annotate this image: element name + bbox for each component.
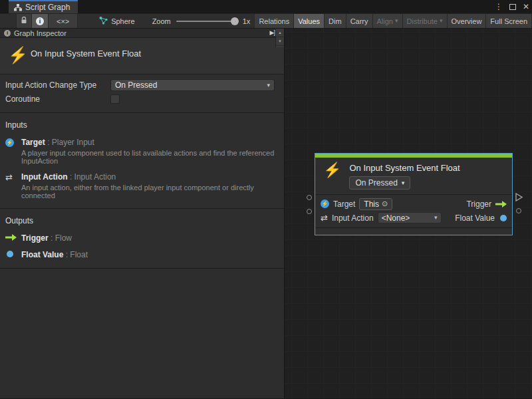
flow-arrow-icon (495, 201, 507, 207)
port-description: An input action, either from the linked … (21, 184, 275, 200)
change-type-dropdown[interactable]: On Pressed ▾ (110, 79, 275, 91)
scroll-down-button[interactable]: ▼ (276, 37, 284, 46)
dock-panel-icon[interactable]: ▶] (270, 29, 275, 36)
node-row-target: ⚡ Target This ⊙ Trigger (321, 197, 507, 211)
zoom-value: 1x (243, 17, 251, 25)
float-dot-icon (7, 251, 13, 257)
node-output-port-trigger[interactable] (515, 193, 523, 203)
scroll-up-button[interactable]: ▲ (276, 29, 284, 37)
node-footer (315, 227, 512, 235)
output-port-trigger: Trigger : Flow (5, 233, 277, 243)
inspector-header: i Graph Inspector ▶] (0, 29, 284, 38)
lock-button[interactable] (16, 14, 32, 28)
code-view-icon: <×> (57, 17, 69, 25)
input-action-icon: ⇄ (5, 173, 13, 200)
dim-button[interactable]: Dim (325, 14, 346, 28)
inspector-toggle-button[interactable]: i (32, 14, 49, 28)
node-input-port-target[interactable] (307, 195, 312, 200)
coroutine-checkbox[interactable] (110, 94, 120, 104)
maximize-icon[interactable] (509, 4, 516, 10)
target-object-button[interactable]: This ⊙ (359, 198, 392, 210)
inputs-title: Inputs (5, 120, 277, 130)
input-port-target: ⚡ Target : Player Input A player input c… (5, 138, 277, 165)
full-screen-button[interactable]: Full Screen (486, 14, 532, 28)
title-bar: Script Graph ⋮ ✕ (0, 0, 532, 13)
object-picker-icon: ⊙ (382, 200, 388, 207)
carry-button[interactable]: Carry (346, 14, 373, 28)
unit-title-block: ⚡ On Input System Event Float (0, 38, 284, 74)
zoom-label: Zoom (152, 17, 171, 25)
graph-hierarchy-icon (14, 4, 22, 11)
chevron-down-icon: ▾ (434, 215, 438, 221)
graph-reference[interactable]: Sphere (95, 14, 138, 28)
graph-canvas[interactable]: ⚡ On Input System Event Float On Pressed… (285, 29, 532, 398)
outputs-title: Outputs (5, 216, 277, 225)
align-button[interactable]: Align▾ (373, 14, 403, 28)
inputs-section: Inputs ⚡ Target : Player Input A player … (0, 113, 284, 209)
node-row-input-action: ⇄ Input Action <None> ▾ Float Value (321, 211, 507, 225)
graph-ref-icon (99, 17, 108, 26)
chevron-down-icon: ▾ (402, 180, 405, 186)
node-output-port-float-value[interactable] (516, 208, 521, 213)
graph-ref-label: Sphere (111, 17, 134, 25)
overview-button[interactable]: Overview (448, 14, 487, 28)
window-menu-icon[interactable]: ⋮ (495, 0, 503, 13)
port-description: A player input component used to list av… (21, 149, 275, 165)
unit-title: On Input System Event Float (31, 49, 141, 59)
script-graph-window: Script Graph ⋮ ✕ i <×> (0, 0, 532, 399)
event-bolt-icon: ⚡ (8, 46, 31, 65)
zoom-slider[interactable] (176, 21, 237, 22)
graph-toolbar: i <×> Sphere Zoom 1x Relations Values Di… (0, 13, 532, 29)
output-port-float-value: Float Value : Float (5, 250, 277, 259)
chevron-down-icon: ▾ (267, 82, 270, 88)
info-icon: i (36, 17, 44, 25)
tab-label: Script Graph (25, 3, 70, 12)
distribute-button[interactable]: Distribute▾ (403, 14, 448, 28)
close-icon[interactable]: ✕ (523, 0, 529, 13)
chevron-down-icon: ▾ (440, 18, 443, 24)
relations-button[interactable]: Relations (254, 14, 294, 28)
flow-arrow-icon (5, 233, 21, 243)
tab-script-graph[interactable]: Script Graph (9, 0, 78, 13)
coroutine-label: Coroutine (5, 94, 110, 104)
node-mode-dropdown[interactable]: On Pressed ▾ (349, 176, 410, 190)
graph-inspector-panel: i Graph Inspector ▶] ▲ ▼ ⚡ On Input Syst… (0, 29, 285, 398)
player-input-icon: ⚡ (5, 138, 14, 147)
chevron-down-icon: ▾ (395, 18, 398, 24)
code-view-button[interactable]: <×> (49, 14, 78, 28)
node-title: On Input System Event Float (349, 163, 460, 173)
lock-icon (21, 17, 27, 25)
event-bolt-icon: ⚡ (323, 162, 341, 190)
input-action-dropdown[interactable]: <None> ▾ (378, 212, 442, 223)
player-input-icon: ⚡ (321, 200, 329, 208)
input-action-icon: ⇄ (321, 213, 328, 222)
node-input-port-input-action[interactable] (307, 209, 312, 214)
inspector-header-title: Graph Inspector (14, 29, 66, 37)
float-dot-icon (500, 215, 507, 221)
values-button[interactable]: Values (294, 14, 325, 28)
inspector-scrollbar: ▲ ▼ (275, 29, 284, 47)
outputs-section: Outputs Trigger : Flow Float Value : Flo… (0, 209, 284, 269)
info-icon: i (4, 30, 11, 37)
node-on-input-system-event-float[interactable]: ⚡ On Input System Event Float On Pressed… (315, 153, 513, 235)
unit-fields: Input Action Change Type On Pressed ▾ Co… (0, 74, 284, 113)
change-type-label: Input Action Change Type (5, 80, 110, 90)
input-port-input-action: ⇄ Input Action : Input Action An input a… (5, 172, 277, 200)
zoom-slider-knob[interactable] (231, 17, 239, 25)
